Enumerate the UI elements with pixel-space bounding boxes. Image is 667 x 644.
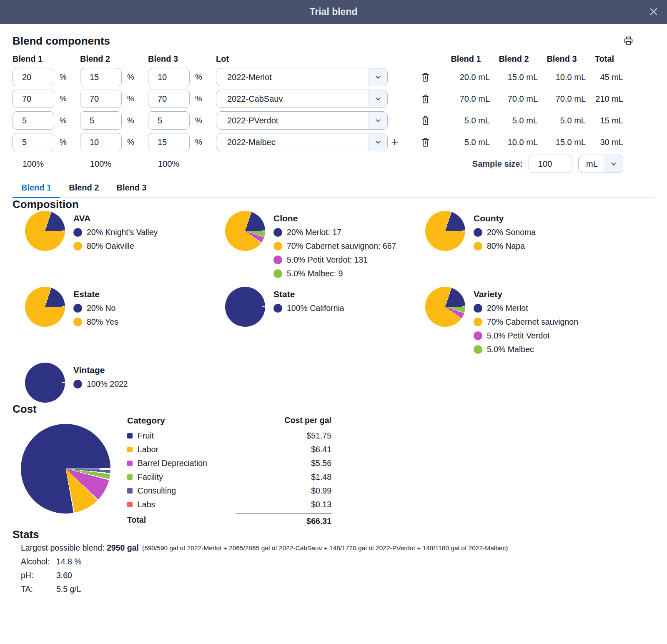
county-card: County 20% Sonoma 80% Napa (425, 211, 625, 281)
cost-value: $6.41 (236, 445, 331, 454)
legend-item: 100% California (273, 301, 344, 315)
cost-col-category: Category (127, 416, 165, 426)
modal-header: Trial blend (0, 0, 667, 24)
clone-pie-chart (225, 211, 265, 251)
legend-dot (273, 304, 282, 313)
ml-value-blend3: 5.0 mL (538, 116, 586, 125)
delete-row-button[interactable] (419, 92, 432, 106)
legend-item: 20% Merlot: 17 (273, 226, 396, 239)
legend-label: 80% Napa (487, 241, 525, 251)
sample-unit-select[interactable]: mL (578, 155, 623, 173)
estate-title: Estate (73, 289, 118, 299)
pct-input-blend2[interactable] (80, 133, 122, 151)
county-pie-chart (425, 211, 465, 251)
ava-card: AVA 20% Knight's Valley 80% Oakville (25, 211, 225, 281)
pct-input-blend2[interactable] (80, 68, 122, 86)
delete-row-button[interactable] (419, 135, 432, 149)
pct-input-blend1[interactable] (13, 68, 54, 86)
percent-sign: % (60, 138, 67, 147)
percent-sign: % (60, 116, 67, 125)
tab-blend-2[interactable]: Blend 2 (60, 180, 108, 198)
col-header-total: Total (586, 54, 623, 64)
tab-blend-1[interactable]: Blend 1 (13, 180, 60, 198)
stat-largest-blend: Largest possible blend: 2950 gal(590/590… (21, 541, 654, 555)
delete-row-button[interactable] (419, 114, 432, 128)
delete-row-button[interactable] (419, 70, 432, 84)
sample-size-input[interactable] (529, 155, 572, 173)
legend-dot (474, 304, 482, 313)
cost-value: $0.99 (236, 486, 331, 496)
add-component-button[interactable]: + (388, 136, 402, 148)
percent-sign: % (60, 73, 67, 82)
variety-card: Variety 20% Merlot 70% Cabernet sauvigno… (425, 287, 625, 356)
ml-value-blend1: 5.0 mL (442, 138, 490, 147)
pct-input-blend1[interactable] (13, 111, 54, 130)
legend-item: 5.0% Petit Verdot: 131 (273, 253, 396, 267)
estate-pie-chart (25, 287, 65, 327)
ml-value-total: 210 mL (586, 94, 623, 104)
cost-category-label: Facility (138, 472, 163, 482)
legend-square (127, 474, 133, 480)
pct-input-blend2[interactable] (80, 90, 122, 108)
percent-sign: % (127, 138, 134, 147)
lot-select[interactable]: 2022-CabSauv (216, 90, 388, 108)
pct-input-blend2[interactable] (80, 111, 122, 130)
cost-row: Facility$1.48 (127, 470, 331, 484)
column-total-blend3: 100% (148, 159, 216, 169)
pct-input-blend1[interactable] (13, 90, 54, 108)
lot-select[interactable]: 2022-PVerdot (216, 111, 388, 130)
legend-item: 20% Sonoma (474, 226, 536, 239)
variety-title: Variety (474, 289, 578, 299)
column-total-blend1: 100% (13, 159, 80, 169)
legend-label: 5.0% Petit Verdot: 131 (287, 255, 368, 265)
ml-value-total: 45 mL (586, 73, 623, 82)
legend-dot (474, 242, 482, 251)
stat-alcohol-label: Alcohol: (21, 557, 56, 566)
ml-value-blend2: 5.0 mL (490, 116, 538, 125)
legend-square (127, 433, 133, 439)
sample-unit-value: mL (579, 155, 604, 173)
legend-dot (73, 242, 82, 251)
pct-input-blend3[interactable] (148, 133, 190, 151)
ml-value-total: 15 mL (586, 116, 623, 125)
cost-total-label: Total (127, 515, 146, 525)
components-header-row: Blend 1 Blend 2 Blend 3 Lot Blend 1 Blen… (13, 54, 654, 64)
stats-heading: Stats (13, 528, 654, 541)
print-button[interactable] (623, 35, 634, 47)
pct-input-blend3[interactable] (148, 90, 190, 108)
tab-blend-3[interactable]: Blend 3 (108, 180, 155, 198)
legend-dot (273, 242, 282, 251)
pct-input-blend3[interactable] (148, 68, 190, 86)
state-card: State 100% California (225, 287, 425, 356)
cost-row: Fruit$51.75 (127, 429, 331, 443)
pct-input-blend3[interactable] (148, 111, 190, 130)
component-row: % % % 2022-Malbec + 5.0 mL 10.0 mL 15.0 … (13, 133, 654, 151)
legend-label: 20% Knight's Valley (87, 228, 158, 237)
component-row: % % % 2022-Merlot 20.0 mL 15.0 mL 10.0 m… (13, 68, 654, 86)
legend-dot (73, 380, 82, 388)
cost-table: Category Cost per gal Fruit$51.75 Labor$… (127, 416, 331, 528)
trash-icon (421, 72, 430, 83)
legend-item: 5.0% Petit Verdot (474, 329, 578, 343)
ml-value-blend1: 5.0 mL (442, 116, 490, 125)
lot-select[interactable]: 2022-Merlot (216, 68, 388, 86)
legend-label: 20% Sonoma (487, 228, 536, 237)
legend-item: 80% Napa (474, 239, 536, 253)
ml-value-blend2: 10.0 mL (490, 138, 538, 147)
stat-ta: TA:5.5 g/L (21, 582, 654, 596)
close-button[interactable] (648, 6, 659, 18)
modal-title: Trial blend (309, 6, 357, 18)
legend-dot (474, 318, 482, 326)
pct-input-blend1[interactable] (13, 133, 54, 151)
ml-value-total: 30 mL (586, 138, 623, 147)
cost-total-value: $66.31 (236, 514, 331, 526)
legend-square (127, 502, 133, 507)
vintage-title: Vintage (73, 365, 128, 375)
lot-select-value: 2022-Merlot (216, 68, 368, 86)
legend-item: 100% 2022 (73, 377, 128, 391)
cost-category-label: Labs (138, 500, 155, 509)
cost-pie-chart (21, 424, 110, 514)
chevron-down-icon (368, 133, 387, 151)
lot-select[interactable]: 2022-Malbec (216, 133, 388, 151)
composition-pie-grid: AVA 20% Knight's Valley 80% Oakville Clo… (25, 211, 654, 403)
